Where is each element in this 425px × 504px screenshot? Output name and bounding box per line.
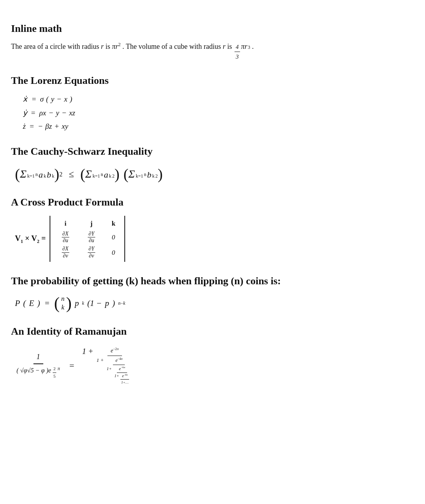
- lorenz-equations: ẋ = σ(y − x) ẏ = ρx − y − xz ż = −βz + x…: [23, 93, 414, 132]
- lorenz-eq-2: ẏ = ρx − y − xz: [23, 107, 414, 119]
- lorenz-eq-3: ż = −βz + xy: [23, 120, 414, 132]
- continued-fraction: e−2π 1 + e−4π 1+: [95, 346, 134, 386]
- binomial-coeff: ( n k ): [54, 295, 72, 312]
- det-j: j: [91, 218, 93, 229]
- det-dXdv: ∂X ∂v: [62, 246, 69, 259]
- cross-product-section: A Cross Product Formula V1 × V2 = i j k …: [11, 194, 414, 262]
- cf-den-4: 1+…: [120, 380, 130, 385]
- cross-product-heading: A Cross Product Formula: [11, 194, 414, 211]
- lorenz-section: The Lorenz Equations ẋ = σ(y − x) ẏ = ρx…: [11, 72, 414, 133]
- ramanujan-numerator: 1: [33, 350, 43, 364]
- inline-math-heading: Inline math: [11, 20, 414, 37]
- cross-lhs: V1 × V2 =: [15, 232, 46, 245]
- det-dYdv: ∂Y ∂v: [88, 246, 95, 259]
- ramanujan-section: An Identity of Ramanujan 1 ( √φ√5 − φ )e…: [11, 323, 414, 386]
- binom-inner: n k: [60, 295, 67, 312]
- probability-section: The probability of getting (k) heads whe…: [11, 273, 414, 312]
- cf-den-3: 1+ e−8π 1+…: [113, 373, 131, 385]
- cf-level-2: e−4π 1+ e−6π 1+: [105, 356, 133, 385]
- lorenz-heading: The Lorenz Equations: [11, 72, 414, 89]
- ramanujan-denominator: ( √φ√5 − φ )e 2 5 π: [15, 364, 61, 380]
- det-zero-2: 0: [112, 247, 115, 258]
- det-zero-1: 0: [112, 232, 115, 243]
- inline-math-paragraph: The area of a circle with radius r is πr…: [11, 41, 414, 61]
- cross-product-formula: V1 × V2 = i j k ∂X ∂u ∂Y ∂u 0: [15, 216, 414, 261]
- lorenz-eq-1: ẋ = σ(y − x): [23, 93, 414, 105]
- cauchy-middle: ( Σk=1nak2 ): [80, 165, 120, 183]
- cauchy-rhs: ( Σk=1nbk2 ): [124, 165, 163, 183]
- cf-num-1: e−2π: [107, 346, 122, 356]
- cf-level-3: e−6π 1+ e−8π 1+…: [113, 365, 131, 385]
- cross-det-grid: i j k ∂X ∂u ∂Y ∂u 0 ∂X ∂v: [50, 216, 124, 261]
- det-i: i: [65, 218, 67, 229]
- det-dXdu: ∂X ∂u: [62, 231, 69, 245]
- cf-num-3: e−6π: [117, 365, 127, 373]
- cf-level-4: e−8π 1+…: [120, 373, 130, 385]
- ramanujan-rhs: 1 + e−2π 1 + e−4π: [82, 345, 135, 386]
- binom-k: k: [61, 303, 65, 312]
- ramanujan-formula: 1 ( √φ√5 − φ )e 2 5 π = 1 +: [15, 345, 414, 386]
- cauchy-section: The Cauchy-Schwarz Inequality ( Σk=1nakb…: [11, 143, 414, 183]
- cauchy-inequality: ( Σk=1nakbk ) 2 ≤ ( Σk=1nak2 ) ( Σk=1nbk…: [15, 165, 414, 183]
- cf-den-1: 1 + e−4π 1+ e−6π: [95, 356, 134, 386]
- probability-formula: P(E) = ( n k ) pk(1 − p)n−k: [15, 295, 414, 312]
- det-dYdu: ∂Y ∂u: [88, 231, 95, 245]
- cf-level-1: e−2π 1 + e−4π 1+: [95, 346, 134, 386]
- det-k: k: [112, 218, 115, 229]
- cauchy-lhs: ( Σk=1nakbk ) 2: [15, 165, 63, 183]
- probability-heading: The probability of getting (k) heads whe…: [11, 273, 414, 289]
- cross-determinant: i j k ∂X ∂u ∂Y ∂u 0 ∂X ∂v: [50, 216, 125, 261]
- ramanujan-lhs: 1 ( √φ√5 − φ )e 2 5 π: [15, 350, 61, 380]
- cf-num-2: e−4π: [113, 356, 125, 365]
- cf-den-2: 1+ e−6π 1+ e−8π: [105, 365, 133, 385]
- cf-num-4: e−8π: [120, 373, 129, 380]
- binom-n: n: [61, 295, 65, 303]
- ramanujan-heading: An Identity of Ramanujan: [11, 323, 414, 340]
- inline-math-section: Inline math The area of a circle with ra…: [11, 20, 414, 61]
- cauchy-heading: The Cauchy-Schwarz Inequality: [11, 143, 414, 160]
